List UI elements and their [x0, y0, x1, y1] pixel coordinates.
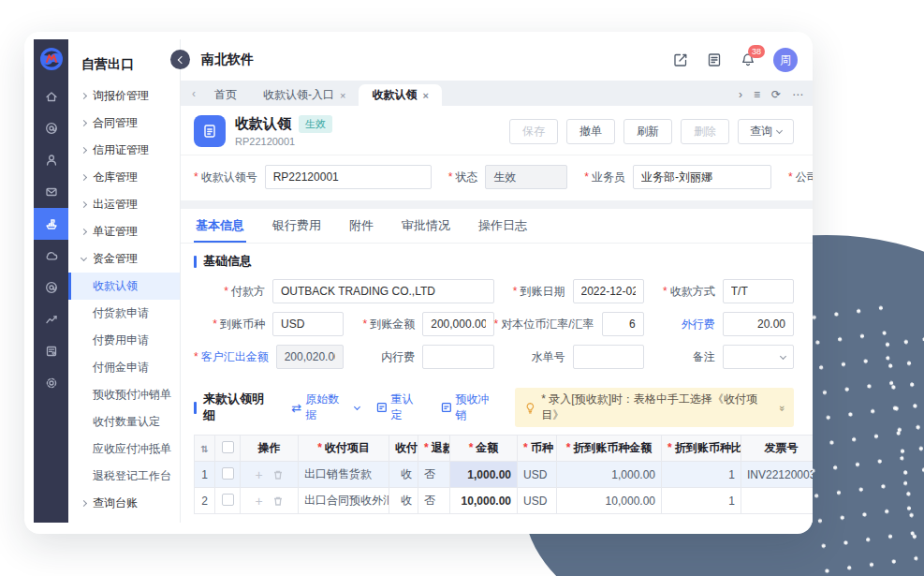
tab-attachment[interactable]: 附件 [347, 209, 375, 243]
tab-payment-claim[interactable]: 收款认领 [359, 84, 441, 106]
customer-remit-amount-input[interactable] [276, 345, 345, 369]
rail-ship-icon[interactable] [34, 208, 68, 240]
tabs-refresh-icon[interactable]: ⟳ [771, 88, 781, 101]
select-all-header [215, 436, 241, 462]
payment-method-input[interactable] [723, 279, 794, 303]
revoke-button[interactable]: 撤单 [566, 119, 615, 144]
salesman-input[interactable] [633, 165, 771, 189]
advance-writeoff-button[interactable]: 预收冲销 [441, 391, 500, 423]
add-row-icon[interactable] [255, 467, 262, 482]
select-all-checkbox[interactable] [222, 441, 234, 453]
delete-button[interactable]: 删除 [681, 119, 729, 144]
tabs-scroll-right-icon[interactable]: › [739, 88, 742, 101]
row-checkbox[interactable] [222, 494, 234, 506]
query-button[interactable]: 查询 [738, 119, 794, 144]
delete-row-icon[interactable] [272, 469, 284, 480]
cell-direction[interactable]: 收 [389, 488, 418, 514]
edit-icon[interactable] [672, 52, 689, 68]
save-button[interactable]: 保存 [509, 119, 558, 144]
rail-cloud-icon[interactable] [34, 240, 68, 272]
rail-home-icon[interactable] [34, 81, 68, 112]
cell-item[interactable]: 出口合同预收外汇 [299, 488, 389, 514]
cell-currency[interactable]: USD [518, 488, 557, 514]
add-row-icon[interactable] [255, 494, 262, 509]
cell-amount[interactable]: 10,000.00 [450, 488, 518, 514]
rail-mention-icon[interactable] [34, 112, 68, 144]
delete-row-icon[interactable] [272, 495, 284, 507]
arrival-date-input[interactable] [573, 279, 644, 303]
sidebar-item-funds[interactable]: 资金管理 [68, 245, 180, 273]
sidebar-item-tax-refund[interactable]: 退税登记工作台 [68, 463, 180, 490]
domestic-bank-fee-input[interactable] [422, 345, 493, 369]
sidebar-item-pay-commission[interactable]: 付佣金申请 [68, 354, 180, 381]
tab-strip: ‹ 首页 收款认领-入口 收款认领 › ≡ ⟳ ⋯ [181, 81, 813, 106]
tab-bank-fee[interactable]: 银行费用 [271, 209, 323, 243]
cell-invoice-no[interactable]: INV22120003 [741, 462, 814, 488]
rail-user-icon[interactable] [34, 144, 68, 176]
remark-select[interactable] [723, 345, 794, 369]
seq-sort-header[interactable] [195, 436, 215, 462]
tab-home[interactable]: 首页 [201, 84, 250, 106]
sidebar-item-lc[interactable]: 信用证管理 [68, 137, 180, 164]
arrival-currency-input[interactable] [272, 312, 344, 336]
rail-chart-icon[interactable] [34, 303, 68, 335]
row-checkbox[interactable] [222, 467, 234, 480]
tab-operation-log[interactable]: 操作日志 [477, 209, 529, 243]
cell-direction[interactable]: 收 [389, 462, 418, 488]
table-row[interactable]: 1 出口销售货款 收 否 1,000.00 USD 1,000.00 1 INV… [195, 462, 814, 488]
table-row[interactable]: 2 出口合同预收外汇 收 否 10,000.00 USD 10,000.00 1 [195, 488, 814, 514]
cell-converted-amount[interactable]: 10,000.00 [557, 488, 662, 514]
collapse-sidebar-button[interactable] [170, 50, 190, 69]
sidebar-item-pay-goods[interactable]: 付货款申请 [68, 300, 180, 327]
exchange-rate-input[interactable] [602, 312, 644, 336]
tabs-menu-icon[interactable]: ≡ [754, 88, 760, 101]
sidebar-item-offset[interactable]: 应收应付冲抵单 [68, 436, 180, 463]
sidebar-item-advance-writeoff[interactable]: 预收预付冲销单 [68, 381, 180, 408]
sidebar-item-documents[interactable]: 单证管理 [68, 218, 180, 245]
re-confirm-button[interactable]: 重认定 [376, 391, 424, 423]
sidebar-item-contract[interactable]: 合同管理 [68, 110, 180, 137]
rail-gear-icon[interactable] [34, 367, 68, 399]
foreign-bank-fee-input[interactable] [723, 312, 794, 336]
refresh-button[interactable]: 刷新 [623, 119, 672, 144]
status-input[interactable] [485, 165, 567, 189]
foreign-bank-fee-label[interactable]: 外行费 [644, 317, 723, 332]
tab-close-icon[interactable] [340, 90, 345, 101]
cell-refund[interactable]: 否 [418, 488, 450, 514]
tab-approval[interactable]: 审批情况 [400, 209, 452, 243]
collapse-tip-icon[interactable] [777, 406, 788, 409]
arrival-amount-input[interactable] [422, 312, 493, 336]
sidebar-item-payment-claim[interactable]: 收款认领 [68, 273, 180, 300]
original-data-button[interactable]: 原始数据 [291, 391, 359, 423]
tabs-scroll-left-icon[interactable]: ‹ [192, 87, 196, 100]
cell-amount[interactable]: 1,000.00 [450, 462, 518, 488]
sidebar-item-inquiry[interactable]: 询报价管理 [68, 82, 180, 110]
sidebar-item-ledger[interactable]: 查询台账 [68, 490, 180, 517]
sidebar-item-qty-confirm[interactable]: 收付数量认定 [68, 408, 180, 436]
form-list-icon[interactable] [706, 52, 723, 68]
sidebar-item-pay-fee[interactable]: 付费用申请 [68, 327, 180, 354]
notification-bell-icon[interactable]: 38 [740, 52, 756, 68]
cell-ratio[interactable]: 1 [662, 462, 741, 488]
claim-no-input[interactable] [265, 165, 432, 189]
water-bill-no-input[interactable] [573, 345, 644, 369]
sidebar-item-shipping[interactable]: 出运管理 [68, 191, 180, 218]
tab-basic-info[interactable]: 基本信息 [194, 209, 246, 243]
tab-payment-claim-entry[interactable]: 收款认领-入口 [250, 84, 359, 106]
cell-refund[interactable]: 否 [418, 462, 450, 488]
cell-currency[interactable]: USD [518, 462, 557, 488]
rail-report-icon[interactable] [34, 335, 68, 367]
user-avatar[interactable]: 周 [773, 48, 798, 72]
cell-converted-amount[interactable]: 1,000.00 [557, 462, 662, 488]
cell-ratio[interactable]: 1 [662, 488, 741, 514]
cell-invoice-no[interactable] [741, 488, 814, 514]
sidebar-item-sales-target[interactable]: 销售目标 [68, 517, 180, 523]
rail-at-icon[interactable] [34, 272, 68, 303]
payer-input[interactable] [272, 279, 494, 303]
tab-close-icon[interactable] [422, 90, 428, 101]
customer-remit-amount-label[interactable]: 客户汇出金额 [194, 349, 276, 365]
cell-item[interactable]: 出口销售货款 [299, 462, 389, 488]
sidebar-item-warehouse[interactable]: 仓库管理 [68, 164, 180, 191]
tabs-more-icon[interactable]: ⋯ [792, 88, 803, 101]
rail-mail-icon[interactable] [34, 176, 68, 208]
